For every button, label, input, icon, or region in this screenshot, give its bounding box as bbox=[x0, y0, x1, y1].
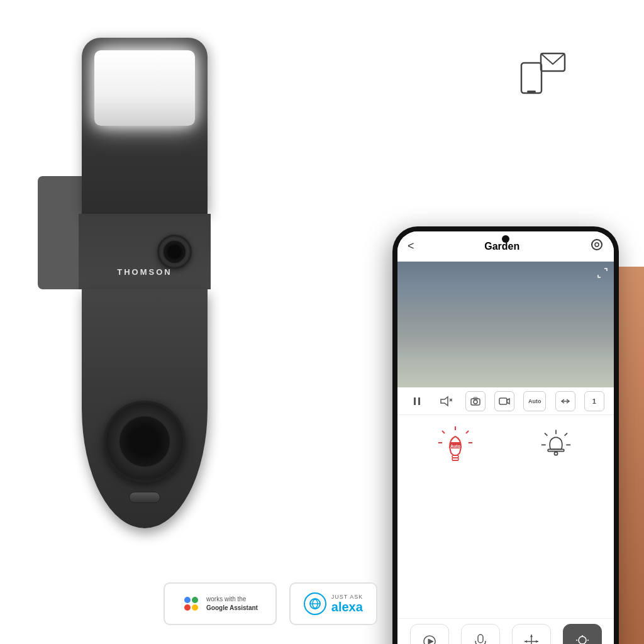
screen-title: Garden bbox=[484, 241, 519, 252]
phone-outer: < Garden bbox=[392, 226, 619, 644]
notification-svg-icon bbox=[518, 50, 569, 101]
alexa-badge-text: JUST ASK alexa bbox=[331, 594, 363, 614]
svg-line-36 bbox=[442, 431, 445, 433]
ptz-lens-inner bbox=[119, 416, 170, 467]
google-logo bbox=[182, 595, 200, 613]
light-panel bbox=[94, 50, 195, 126]
one-button[interactable]: 1 bbox=[584, 391, 604, 411]
svg-rect-53 bbox=[478, 635, 483, 643]
auto-mode-button[interactable]: Auto bbox=[523, 391, 546, 411]
svg-line-46 bbox=[545, 433, 547, 436]
svg-point-30 bbox=[474, 400, 477, 404]
scene-background bbox=[397, 262, 614, 387]
phone-mockup: < Garden bbox=[374, 226, 638, 644]
icon-controls-row: Auto bbox=[405, 421, 606, 472]
camera-mid-section: THOMSON bbox=[79, 214, 211, 289]
svg-rect-49 bbox=[548, 449, 564, 451]
ptz-camera bbox=[82, 289, 208, 528]
svg-line-35 bbox=[466, 431, 469, 433]
camera-lens-inner bbox=[164, 241, 186, 263]
video-controls-bar: Auto 1 bbox=[397, 387, 614, 415]
svg-rect-24 bbox=[414, 397, 416, 405]
ptz-lens bbox=[104, 401, 186, 482]
bottom-action-bar bbox=[397, 618, 614, 644]
google-badge-text: works with the Google Assistant bbox=[206, 595, 258, 613]
snapshot-button[interactable] bbox=[465, 391, 486, 411]
camera-device: THOMSON bbox=[38, 38, 252, 541]
svg-point-3 bbox=[592, 240, 602, 250]
record-button[interactable] bbox=[494, 391, 514, 411]
brand-label: THOMSON bbox=[117, 267, 172, 277]
camera-lens bbox=[157, 235, 192, 269]
bulb-icon: Auto bbox=[436, 428, 474, 465]
svg-point-62 bbox=[579, 636, 586, 644]
ptz-button bbox=[129, 492, 160, 503]
svg-marker-61 bbox=[536, 640, 538, 643]
svg-marker-26 bbox=[441, 397, 448, 406]
svg-marker-60 bbox=[525, 640, 527, 643]
svg-point-71 bbox=[192, 604, 198, 611]
fullscreen-button[interactable] bbox=[596, 267, 609, 281]
svg-marker-33 bbox=[507, 399, 509, 404]
google-assistant-badge: works with the Google Assistant bbox=[164, 582, 277, 625]
google-logo-svg bbox=[182, 595, 200, 613]
svg-text:Auto: Auto bbox=[450, 444, 460, 448]
compatibility-badges: works with the Google Assistant JUST ASK… bbox=[164, 582, 377, 625]
pause-button[interactable] bbox=[407, 391, 427, 411]
settings-button[interactable] bbox=[590, 238, 604, 255]
alexa-badge: JUST ASK alexa bbox=[289, 582, 377, 625]
siren-icon bbox=[537, 428, 575, 465]
flip-button[interactable] bbox=[555, 391, 575, 411]
mic-action-button[interactable] bbox=[461, 624, 500, 644]
svg-rect-32 bbox=[499, 398, 507, 404]
auto-light-control[interactable]: Auto bbox=[436, 428, 474, 465]
svg-rect-0 bbox=[521, 63, 541, 93]
mute-button[interactable] bbox=[436, 391, 456, 411]
camera-body: THOMSON bbox=[75, 38, 214, 528]
phone-wrapper: < Garden bbox=[361, 101, 644, 644]
main-controls: Auto bbox=[397, 415, 614, 618]
back-button[interactable]: < bbox=[408, 240, 414, 253]
svg-rect-25 bbox=[418, 397, 420, 405]
light-action-button[interactable] bbox=[563, 624, 602, 644]
notification-icon-area bbox=[518, 50, 569, 101]
play-action-button[interactable] bbox=[410, 624, 449, 644]
svg-marker-58 bbox=[530, 635, 533, 637]
alexa-icon bbox=[304, 592, 326, 615]
svg-point-50 bbox=[554, 452, 557, 455]
svg-point-70 bbox=[184, 604, 191, 611]
svg-point-69 bbox=[192, 597, 198, 603]
front-camera bbox=[502, 235, 509, 243]
svg-rect-1 bbox=[527, 91, 536, 92]
svg-line-45 bbox=[565, 433, 567, 436]
svg-point-68 bbox=[184, 597, 191, 603]
move-action-button[interactable] bbox=[512, 624, 551, 644]
siren-control[interactable] bbox=[537, 428, 575, 465]
svg-point-4 bbox=[595, 243, 599, 247]
camera-feed bbox=[397, 262, 614, 387]
phone-screen: < Garden bbox=[397, 231, 614, 644]
light-housing bbox=[82, 38, 208, 214]
svg-marker-52 bbox=[428, 639, 433, 644]
